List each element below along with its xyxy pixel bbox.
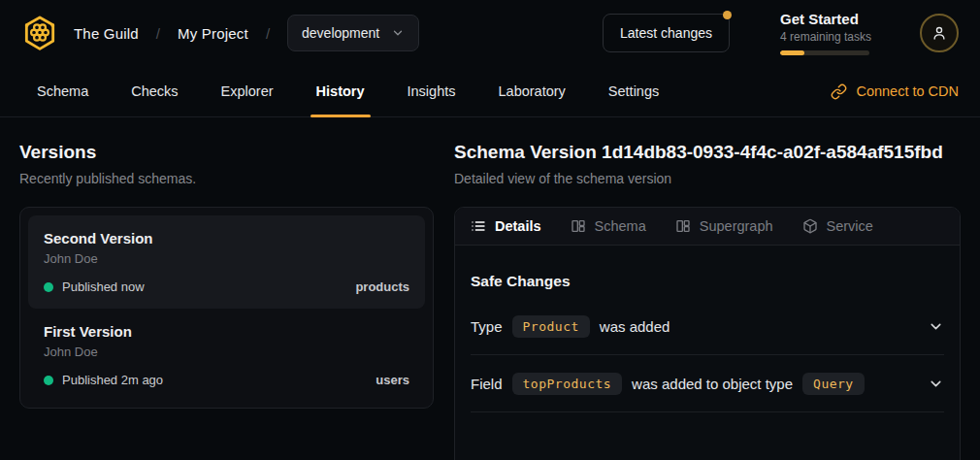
versions-title: Versions xyxy=(19,142,434,163)
person-icon xyxy=(931,24,948,42)
detail-tab-details[interactable]: Details xyxy=(471,218,541,234)
nav-tabs: Schema Checks Explorer History Insights … xyxy=(21,66,674,116)
latest-changes-label: Latest changes xyxy=(620,25,712,41)
main-content: Versions Recently published schemas. Sec… xyxy=(0,117,980,460)
progress-fill xyxy=(780,50,804,55)
change-row[interactable]: Field topProducts was added to object ty… xyxy=(471,355,944,412)
detail-tab-label: Schema xyxy=(595,218,646,234)
service-name: users xyxy=(376,373,409,387)
target-dropdown[interactable]: development xyxy=(287,15,419,51)
tab-schema[interactable]: Schema xyxy=(21,66,104,116)
published-status-text: Published now xyxy=(62,279,145,294)
breadcrumb-project[interactable]: My Project xyxy=(178,25,248,42)
tab-label: Checks xyxy=(131,83,178,99)
version-list-item[interactable]: First Version John Doe Published 2m ago … xyxy=(28,309,425,402)
chevron-down-icon xyxy=(391,26,405,40)
get-started-progressbar xyxy=(780,50,869,55)
get-started-subtitle: 4 remaining tasks xyxy=(780,30,869,44)
version-list-item[interactable]: Second Version John Doe Published now pr… xyxy=(28,215,425,309)
change-code: Query xyxy=(802,373,865,395)
app: The Guild / My Project / development Lat… xyxy=(0,0,980,460)
connect-to-cdn-link[interactable]: Connect to CDN xyxy=(831,66,959,116)
version-detail-panel: Schema Version 1d14db83-0933-4f4c-a02f-a… xyxy=(454,117,961,460)
detail-tab-supergraph[interactable]: Supergraph xyxy=(675,218,773,234)
columns-icon xyxy=(675,218,691,234)
tab-label: Explorer xyxy=(221,83,274,99)
list-icon xyxy=(471,218,486,234)
detail-body: Safe Changes Type Product was added Fiel… xyxy=(455,246,960,412)
change-prefix: Type xyxy=(471,318,503,335)
detail-tab-label: Details xyxy=(495,218,541,234)
version-name: First Version xyxy=(44,323,409,340)
columns-icon xyxy=(571,218,586,234)
primary-navbar: Schema Checks Explorer History Insights … xyxy=(0,66,980,117)
version-meta-row: Published 2m ago users xyxy=(44,373,409,387)
tab-checks[interactable]: Checks xyxy=(115,66,193,116)
detail-card: Details Schema xyxy=(454,207,961,460)
tab-insights[interactable]: Insights xyxy=(392,66,472,116)
connect-to-cdn-label: Connect to CDN xyxy=(856,83,959,99)
published-status-dot xyxy=(44,376,53,385)
change-middle: was added to object type xyxy=(632,376,793,392)
change-code: topProducts xyxy=(512,373,623,395)
notification-dot xyxy=(723,11,732,19)
chevron-down-icon[interactable] xyxy=(928,376,944,392)
header-right-cluster: Latest changes Get Started 4 remaining t… xyxy=(603,11,959,55)
get-started-widget[interactable]: Get Started 4 remaining tasks xyxy=(780,11,869,55)
published-status-dot xyxy=(44,282,53,292)
version-name: Second Version xyxy=(44,230,409,246)
tab-label: Settings xyxy=(608,83,659,99)
published-status-text: Published 2m ago xyxy=(62,373,163,387)
latest-changes-button[interactable]: Latest changes xyxy=(603,14,730,52)
target-dropdown-value: development xyxy=(302,25,379,41)
change-prefix: Field xyxy=(471,376,503,392)
tab-label: Laboratory xyxy=(499,83,566,99)
version-meta-row: Published now products xyxy=(44,279,409,294)
tab-label: History xyxy=(316,83,365,99)
detail-title: Schema Version 1d14db83-0933-4f4c-a02f-a… xyxy=(454,142,961,163)
breadcrumb-separator: / xyxy=(264,25,272,42)
tab-laboratory[interactable]: Laboratory xyxy=(483,66,581,116)
versions-list: Second Version John Doe Published now pr… xyxy=(19,207,434,409)
tab-label: Insights xyxy=(408,83,456,99)
detail-tab-service[interactable]: Service xyxy=(802,218,873,234)
tab-explorer[interactable]: Explorer xyxy=(206,66,289,116)
version-author: John Doe xyxy=(44,345,409,359)
tab-settings[interactable]: Settings xyxy=(593,66,674,116)
user-avatar[interactable] xyxy=(920,14,959,52)
change-suffix: was added xyxy=(600,318,670,335)
version-author: John Doe xyxy=(44,251,409,266)
tab-label: Schema xyxy=(37,83,88,99)
top-header: The Guild / My Project / development Lat… xyxy=(0,0,980,66)
get-started-title: Get Started xyxy=(780,11,869,27)
service-name: products xyxy=(355,279,409,294)
change-row[interactable]: Type Product was added xyxy=(471,298,944,355)
hive-logo-icon[interactable] xyxy=(21,15,58,51)
chevron-down-icon[interactable] xyxy=(928,318,944,335)
breadcrumb-org[interactable]: The Guild xyxy=(74,25,139,42)
detail-tabs: Details Schema xyxy=(455,208,960,246)
detail-tab-schema[interactable]: Schema xyxy=(571,218,646,234)
detail-tab-label: Supergraph xyxy=(700,218,773,234)
versions-subtitle: Recently published schemas. xyxy=(19,171,434,186)
tab-history[interactable]: History xyxy=(301,66,380,116)
cube-icon xyxy=(802,218,818,234)
breadcrumb-separator: / xyxy=(154,25,162,42)
change-code: Product xyxy=(512,315,590,338)
detail-tab-label: Service xyxy=(827,218,873,234)
safe-changes-title: Safe Changes xyxy=(471,273,944,290)
detail-subtitle: Detailed view of the schema version xyxy=(454,171,961,186)
link-icon xyxy=(831,83,847,100)
versions-panel: Versions Recently published schemas. Sec… xyxy=(19,117,434,460)
